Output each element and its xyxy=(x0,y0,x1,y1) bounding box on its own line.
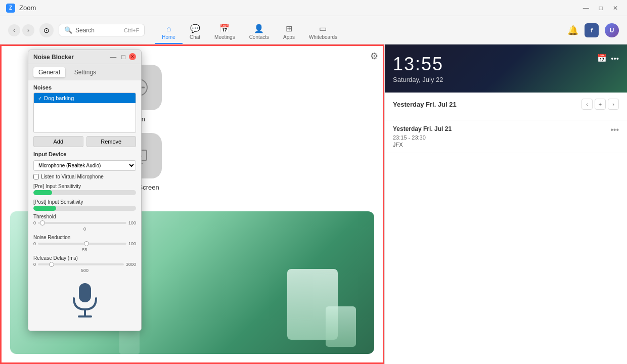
nav-arrows: ‹ › xyxy=(8,24,34,36)
right-panel: 13:55 Saturday, July 22 📅 ••• Yesterday … xyxy=(384,44,627,364)
release-delay-min: 0 xyxy=(33,262,36,267)
calendar-prev-button[interactable]: ‹ xyxy=(581,99,593,110)
whiteboards-tab-label: Whiteboards xyxy=(309,34,337,40)
svg-rect-8 xyxy=(79,283,91,302)
event-time: 23:15 - 23:30 xyxy=(393,134,452,141)
add-noise-button[interactable]: Add xyxy=(33,136,83,147)
dialog-tabs: General Settings xyxy=(28,64,141,80)
listen-virtual-mic-label: Listen to Virtual Microphone xyxy=(41,174,104,179)
tab-apps[interactable]: ⊞ Apps xyxy=(276,21,302,44)
gear-button[interactable]: ⚙ xyxy=(370,51,378,62)
threshold-min: 0 xyxy=(33,220,36,225)
calendar-header: Yesterday Fri. Jul 21 ‹ + › xyxy=(393,99,619,110)
home-tab-label: Home xyxy=(162,34,175,40)
clock-date: Saturday, July 22 xyxy=(393,76,443,83)
noise-list: ✓ Dog barking xyxy=(33,93,136,133)
threshold-track[interactable] xyxy=(38,222,126,224)
event-date: Yesterday Fri. Jul 21 xyxy=(393,125,452,132)
meetings-tab-label: Meetings xyxy=(214,34,235,40)
maximize-button[interactable]: □ xyxy=(596,5,606,12)
post-input-sens-label: [Post] Input Sensitivity xyxy=(33,199,136,205)
calendar-section: Yesterday Fri. Jul 21 ‹ + › xyxy=(385,93,627,120)
post-input-sens-fill xyxy=(33,206,56,211)
whiteboards-tab-icon: ▭ xyxy=(319,24,327,33)
noise-reduction-track[interactable] xyxy=(38,243,126,245)
right-icons: 🔔 f U xyxy=(567,23,619,37)
noise-blocker-dialog: Noise Blocker — □ ✕ General Settings Noi… xyxy=(28,50,142,331)
calendar-next-button[interactable]: › xyxy=(608,99,619,110)
noise-reduction-thumb[interactable] xyxy=(84,241,89,246)
noise-item-dog-barking[interactable]: ✓ Dog barking xyxy=(34,93,136,103)
dialog-restore-button[interactable]: □ xyxy=(120,53,127,61)
home-tab-icon: ⌂ xyxy=(166,24,171,33)
dialog-tab-general[interactable]: General xyxy=(33,67,65,77)
dialog-tab-settings[interactable]: Settings xyxy=(69,67,101,77)
title-bar-left: Z Zoom xyxy=(6,4,36,13)
threshold-max: 100 xyxy=(128,220,136,225)
minimize-button[interactable]: — xyxy=(580,5,592,12)
remove-noise-button[interactable]: Remove xyxy=(86,136,137,147)
dialog-close-button[interactable]: ✕ xyxy=(129,53,136,60)
apps-tab-label: Apps xyxy=(283,34,295,40)
tab-contacts[interactable]: 👤 Contacts xyxy=(242,21,276,44)
event-item: Yesterday Fri. Jul 21 23:15 - 23:30 JFX … xyxy=(385,120,627,153)
release-delay-track[interactable] xyxy=(38,263,124,265)
release-delay-value: 500 xyxy=(33,268,136,273)
calendar-title: Yesterday Fri. Jul 21 xyxy=(393,101,457,108)
mic-icon-area xyxy=(33,273,136,327)
chat-tab-icon: 💬 xyxy=(190,24,200,33)
threshold-label: Threshold xyxy=(33,214,136,219)
event-name: JFX xyxy=(393,142,452,148)
facebook-icon[interactable]: f xyxy=(585,23,599,37)
noise-action-buttons: Add Remove xyxy=(33,136,136,147)
tab-chat[interactable]: 💬 Chat xyxy=(183,21,207,44)
microphone-icon xyxy=(70,281,100,322)
notification-button[interactable]: 🔔 xyxy=(567,25,578,36)
tab-home[interactable]: ⌂ Home xyxy=(155,21,183,44)
input-device-section: Input Device xyxy=(33,151,136,157)
tab-meetings[interactable]: 📅 Meetings xyxy=(207,21,242,44)
release-delay-max: 3000 xyxy=(126,262,136,267)
calendar-add-event-button[interactable]: + xyxy=(595,99,606,110)
release-delay-label: Release Delay (ms) xyxy=(33,255,136,261)
noises-label: Noises xyxy=(33,84,136,90)
home-nav-button[interactable]: ⊙ xyxy=(39,23,54,37)
threshold-slider-row: 0 100 xyxy=(33,220,136,225)
check-icon: ✓ xyxy=(38,96,42,101)
search-input[interactable] xyxy=(75,27,121,34)
release-delay-thumb[interactable] xyxy=(49,262,54,267)
chat-tab-label: Chat xyxy=(190,34,200,40)
main-content: ⚙ Return to Meeting xyxy=(0,44,627,364)
input-device-select[interactable]: Microphone (Realtek Audio) xyxy=(33,160,136,171)
search-icon: 🔍 xyxy=(64,26,72,34)
post-input-sens-bar xyxy=(33,206,136,211)
tab-whiteboards[interactable]: ▭ Whiteboards xyxy=(302,21,344,44)
more-options-button[interactable]: ••• xyxy=(611,54,619,63)
dialog-title-bar: Noise Blocker — □ ✕ xyxy=(28,50,141,64)
calendar-add-button[interactable]: 📅 xyxy=(597,54,607,63)
listen-virtual-mic-checkbox[interactable] xyxy=(33,174,39,179)
zoom-logo-icon: Z xyxy=(6,4,15,13)
event-more-button[interactable]: ••• xyxy=(610,125,619,134)
close-button[interactable]: ✕ xyxy=(610,5,621,12)
title-bar: Z Zoom — □ ✕ xyxy=(0,0,627,16)
pre-input-sens-label: [Pre] Input Sensitivity xyxy=(33,184,136,189)
meetings-tab-icon: 📅 xyxy=(219,24,230,33)
pre-input-sens-fill xyxy=(33,190,52,195)
input-device-label: Input Device xyxy=(33,151,66,157)
search-bar: 🔍 Ctrl+F xyxy=(59,24,145,36)
pre-input-sens-bar xyxy=(33,190,136,195)
noise-reduction-max: 100 xyxy=(128,241,136,246)
back-button[interactable]: ‹ xyxy=(8,24,20,36)
app-title: Zoom xyxy=(19,4,36,12)
threshold-thumb[interactable] xyxy=(40,220,45,225)
dialog-body: Noises ✓ Dog barking Add Remove Input De… xyxy=(28,80,141,331)
dialog-minimize-button[interactable]: — xyxy=(108,53,118,61)
forward-button[interactable]: › xyxy=(22,24,34,36)
search-shortcut: Ctrl+F xyxy=(124,27,139,33)
left-panel: ⚙ Return to Meeting xyxy=(0,44,384,364)
apps-tab-icon: ⊞ xyxy=(286,24,292,33)
avatar[interactable]: U xyxy=(605,23,619,37)
calendar-nav: ‹ + › xyxy=(581,99,619,110)
clock-header: 13:55 Saturday, July 22 📅 ••• xyxy=(385,44,627,93)
